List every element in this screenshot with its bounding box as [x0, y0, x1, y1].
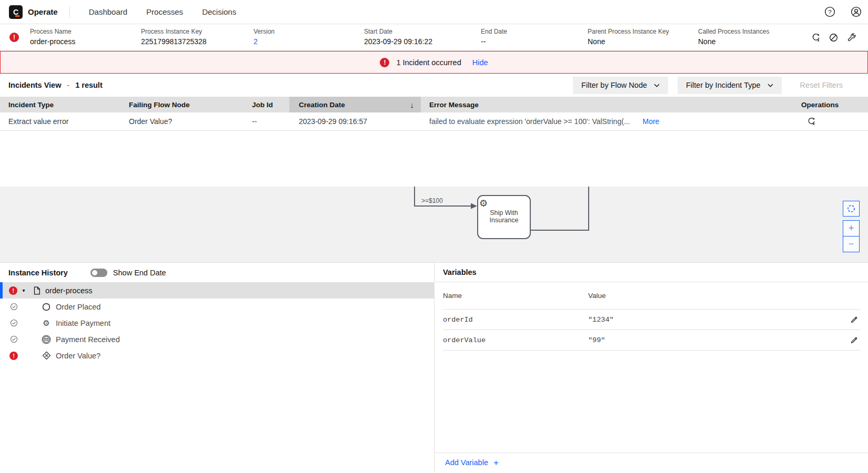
- nav-tabs: Dashboard Processes Decisions: [88, 5, 237, 18]
- incidents-section: Incidents View - 1 result Filter by Flow…: [0, 74, 868, 187]
- field-start-date: Start Date 2023-09-29 09:16:22: [364, 28, 432, 46]
- incidents-table-header: Incident Type Failing Flow Node Job Id C…: [0, 97, 868, 112]
- completed-check-icon: [9, 335, 18, 343]
- incidents-empty-space: [0, 131, 868, 187]
- svg-text:?: ?: [828, 9, 831, 15]
- camunda-logo[interactable]: C: [9, 5, 23, 19]
- add-variable-button[interactable]: Add Variable: [445, 458, 488, 467]
- col-error-message[interactable]: Error Message: [421, 97, 796, 112]
- instance-header: ! Process Name order-process Process Ins…: [0, 24, 868, 51]
- incidents-title: Incidents View: [8, 81, 61, 89]
- completed-check-icon: [9, 303, 18, 311]
- process-document-icon: [33, 286, 41, 295]
- variables-panel: Variables Name Value orderId "1234" orde…: [435, 263, 868, 472]
- service-task-gear-icon: ⚙: [479, 198, 488, 209]
- variable-value: "1234": [588, 316, 614, 324]
- nav-tab-dashboard[interactable]: Dashboard: [88, 5, 128, 18]
- logo-orange-accent: [15, 15, 19, 17]
- chevron-down-icon: [768, 84, 773, 87]
- exclusive-gateway-icon: [42, 351, 51, 360]
- user-icon[interactable]: [851, 6, 862, 17]
- field-called-process-instances: Called Process Instances None: [698, 28, 769, 46]
- bottom-panels: Instance History Show End Date ! ▾ order…: [0, 262, 868, 472]
- col-operations: Operations: [796, 97, 868, 112]
- retry-instance-icon[interactable]: x: [811, 33, 820, 42]
- svg-text:Ship With: Ship With: [490, 209, 518, 217]
- banner-hide-link[interactable]: Hide: [472, 58, 488, 67]
- reset-filters-button[interactable]: Reset Filters: [800, 81, 843, 89]
- completed-check-icon: [9, 319, 18, 327]
- svg-text:x: x: [817, 38, 820, 42]
- nav-divider: [69, 6, 70, 18]
- job-id-cell: --: [244, 112, 289, 130]
- tree-row-initiate-payment[interactable]: ⚙ Initiate Payment: [0, 315, 434, 331]
- creation-date-cell: 2023-09-29 09:16:57: [289, 112, 421, 130]
- product-name: Operate: [28, 7, 58, 16]
- field-process-name: Process Name order-process: [30, 28, 75, 46]
- incident-type-cell: Extract value error: [0, 112, 120, 130]
- modify-instance-wrench-icon[interactable]: [847, 33, 856, 42]
- diagram-zoom-out-button[interactable]: −: [843, 236, 860, 252]
- chevron-down-icon: [654, 84, 660, 87]
- version-link[interactable]: 2: [254, 37, 275, 46]
- add-plus-icon: +: [493, 458, 499, 467]
- svg-text:Insurance: Insurance: [490, 217, 519, 224]
- variables-table-header: Name Value: [443, 282, 861, 310]
- service-task-gear-icon: ⚙: [42, 319, 51, 327]
- col-incident-type[interactable]: Incident Type: [0, 97, 120, 112]
- task-ship-with-insurance[interactable]: ⚙ Ship With Insurance: [478, 196, 530, 239]
- field-parent-process-instance-key: Parent Process Instance Key None: [588, 28, 669, 46]
- flow-condition-label: >=$100: [421, 197, 443, 204]
- show-end-date-toggle[interactable]: [90, 269, 107, 277]
- edit-variable-pencil-icon[interactable]: [847, 313, 861, 326]
- field-end-date: End Date --: [481, 28, 507, 46]
- show-end-date-label: Show End Date: [113, 269, 166, 277]
- field-version: Version 2: [254, 28, 275, 46]
- variable-name: orderId: [443, 316, 588, 324]
- banner-message: 1 Incident occurred: [396, 58, 461, 67]
- cancel-instance-icon[interactable]: [829, 33, 838, 42]
- tree-row-order-process[interactable]: ! ▾ order-process: [0, 282, 434, 299]
- diagram-zoom-in-button[interactable]: +: [843, 220, 860, 236]
- error-message-cell: failed to evaluate expression 'orderValu…: [421, 112, 796, 130]
- error-message-more-link[interactable]: More: [643, 117, 660, 126]
- variables-col-value: Value: [588, 292, 606, 300]
- sequence-flow-outgoing: [530, 187, 589, 230]
- nav-tab-decisions[interactable]: Decisions: [201, 5, 237, 18]
- col-job-id[interactable]: Job Id: [244, 97, 289, 112]
- variables-title: Variables: [443, 268, 477, 276]
- filter-by-flow-node-dropdown[interactable]: Filter by Flow Node: [573, 77, 668, 94]
- incidents-toolbar: Incidents View - 1 result Filter by Flow…: [0, 74, 868, 97]
- diagram-controls: + −: [843, 201, 860, 252]
- variables-col-name: Name: [443, 292, 588, 300]
- svg-text:x: x: [813, 122, 815, 126]
- variable-row-orderId: orderId "1234": [443, 310, 861, 330]
- field-process-instance-key: Process Instance Key 2251799813725328: [141, 28, 207, 46]
- col-failing-flow-node[interactable]: Failing Flow Node: [120, 97, 244, 112]
- top-nav: C Operate Dashboard Processes Decisions …: [0, 0, 868, 24]
- variable-row-orderValue: orderValue "99": [443, 330, 861, 351]
- instance-history-panel: Instance History Show End Date ! ▾ order…: [0, 263, 435, 472]
- retry-incident-icon[interactable]: x: [807, 117, 815, 126]
- edit-variable-pencil-icon[interactable]: [847, 333, 861, 347]
- nav-tab-processes[interactable]: Processes: [145, 5, 184, 18]
- tree-collapse-chevron-icon[interactable]: ▾: [21, 288, 26, 293]
- instance-history-title: Instance History: [8, 269, 68, 277]
- incident-banner: ! 1 Incident occurred Hide: [0, 51, 868, 74]
- start-event-icon: [42, 303, 51, 311]
- crosshair-icon: [847, 204, 855, 213]
- instance-error-icon: !: [9, 33, 19, 42]
- message-event-icon: [42, 335, 51, 344]
- incident-table-row[interactable]: Extract value error Order Value? -- 2023…: [0, 112, 868, 131]
- variables-footer: Add Variable +: [435, 453, 868, 472]
- tree-row-order-placed[interactable]: Order Placed: [0, 299, 434, 315]
- incidents-result-count: 1 result: [75, 81, 103, 89]
- help-icon[interactable]: ?: [824, 6, 835, 17]
- filter-by-incident-type-dropdown[interactable]: Filter by Incident Type: [678, 77, 782, 94]
- tree-row-order-value[interactable]: ! Order Value?: [0, 347, 434, 364]
- variable-value: "99": [588, 336, 605, 344]
- diagram-reset-view-button[interactable]: [843, 201, 860, 217]
- tree-row-payment-received[interactable]: Payment Received: [0, 331, 434, 347]
- sort-descending-icon: ↓: [410, 100, 415, 109]
- col-creation-date[interactable]: Creation Date ↓: [289, 97, 421, 112]
